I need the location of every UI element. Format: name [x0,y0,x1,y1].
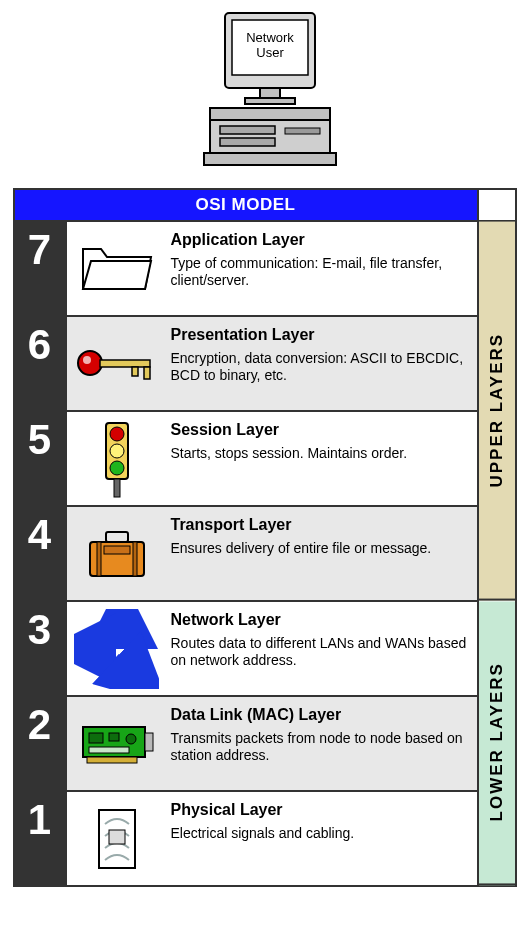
cabling-icon [67,792,167,885]
routing-arrows-icon [67,602,167,695]
svg-rect-24 [97,542,101,576]
title-bar: OSI MODEL [15,190,477,220]
svg-rect-5 [245,98,295,104]
svg-rect-9 [220,138,275,146]
svg-rect-38 [109,830,125,844]
layer-row-7: 7 Application Layer Type of communicatio… [15,220,477,315]
osi-model-table: OSI MODEL 7 Application Layer Type of co… [13,188,517,887]
lower-layers-label: LOWER LAYERS [479,601,515,885]
svg-rect-33 [109,733,119,741]
svg-rect-21 [114,479,120,497]
upper-layers-label: UPPER LAYERS [479,222,515,601]
layer-desc: Encryption, data conversion: ASCII to EB… [171,350,469,384]
layer-name: Network Layer [171,610,469,629]
layer-number: 5 [15,412,67,505]
layer-number: 1 [15,792,67,885]
svg-rect-23 [106,532,128,542]
layer-desc: Ensures delivery of entire file or messa… [171,540,469,557]
svg-point-20 [110,461,124,475]
svg-line-29 [116,657,140,679]
layer-name: Transport Layer [171,515,469,534]
svg-rect-10 [285,128,320,134]
layer-row-3: 3 Network Layer Rou [15,600,477,695]
svg-rect-4 [260,88,280,98]
svg-point-12 [78,351,102,375]
layer-name: Data Link (MAC) Layer [171,705,469,724]
svg-rect-11 [204,153,336,165]
layer-row-6: 6 Presentation Layer Encryption, data co… [15,315,477,410]
layer-number: 2 [15,697,67,790]
layer-desc: Routes data to different LANs and WANs b… [171,635,469,669]
layer-desc: Electrical signals and cabling. [171,825,469,842]
svg-rect-15 [132,367,138,376]
traffic-light-icon [67,412,167,505]
svg-rect-14 [100,360,150,367]
svg-rect-31 [145,733,153,751]
layer-name: Physical Layer [171,800,469,819]
network-user-computer: Network User [190,8,340,182]
network-card-icon [67,697,167,790]
svg-point-34 [126,734,136,744]
folder-icon [67,222,167,315]
svg-text:Network: Network [246,30,294,45]
layer-name: Presentation Layer [171,325,469,344]
svg-rect-25 [133,542,137,576]
svg-rect-7 [210,108,330,120]
layer-row-5: 5 Session Layer Starts, stops session. M… [15,410,477,505]
side-column: UPPER LAYERS LOWER LAYERS [477,190,515,885]
svg-rect-8 [220,126,275,134]
layer-number: 3 [15,602,67,695]
layer-number: 6 [15,317,67,410]
svg-rect-36 [87,757,137,763]
suitcase-icon [67,507,167,600]
key-icon [67,317,167,410]
layer-number: 4 [15,507,67,600]
svg-point-19 [110,444,124,458]
layer-row-2: 2 Data Link (MAC) Layer Transmits packet [15,695,477,790]
svg-point-18 [110,427,124,441]
svg-rect-32 [89,733,103,743]
svg-rect-26 [104,546,130,554]
layer-desc: Transmits packets from node to node base… [171,730,469,764]
svg-text:User: User [256,45,284,60]
svg-rect-16 [144,367,150,379]
layer-row-1: 1 Physical Layer Electrical signals and … [15,790,477,885]
layer-name: Application Layer [171,230,469,249]
svg-point-13 [83,356,91,364]
svg-rect-35 [89,747,129,753]
layer-name: Session Layer [171,420,469,439]
layer-number: 7 [15,222,67,315]
layer-row-4: 4 Transport Layer Ensures delivery of en… [15,505,477,600]
layer-desc: Type of communication: E-mail, file tran… [171,255,469,289]
layer-desc: Starts, stops session. Maintains order. [171,445,469,462]
